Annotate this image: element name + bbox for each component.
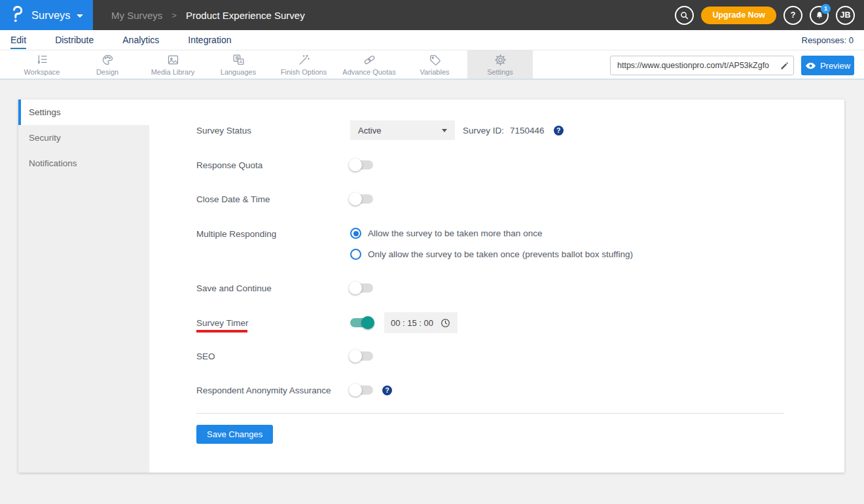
seo-toggle[interactable] bbox=[350, 351, 373, 361]
image-icon bbox=[166, 53, 180, 67]
settings-panel: Settings Security Notifications Survey S… bbox=[18, 99, 844, 473]
pencil-icon bbox=[780, 61, 789, 71]
sidebar-item-security[interactable]: Security bbox=[18, 125, 149, 151]
survey-timer-input[interactable]: 00 : 15 : 00 bbox=[384, 312, 458, 333]
toolbar-item-variables[interactable]: Variables bbox=[402, 50, 467, 79]
search-button[interactable] bbox=[675, 6, 694, 25]
survey-status-select[interactable]: Active bbox=[350, 120, 455, 140]
notification-count-badge: 1 bbox=[821, 4, 831, 14]
search-icon bbox=[679, 10, 689, 20]
survey-id-value: 7150446 bbox=[510, 126, 545, 135]
survey-timer-annotation-underline bbox=[196, 330, 247, 333]
breadcrumb-my-surveys[interactable]: My Surveys bbox=[111, 10, 162, 21]
topbar-actions: Upgrade Now ? 1 JB bbox=[675, 6, 864, 25]
breadcrumb: My Surveys > Product Experience Survey bbox=[111, 10, 305, 21]
help-button[interactable]: ? bbox=[783, 6, 802, 25]
avatar[interactable]: JB bbox=[836, 6, 855, 25]
response-quota-label: Response Quota bbox=[196, 160, 350, 170]
response-quota-toggle[interactable] bbox=[350, 160, 373, 170]
page-title: Product Experience Survey bbox=[186, 10, 305, 21]
save-and-continue-row: Save and Continue bbox=[196, 278, 802, 298]
chevron-down-icon bbox=[77, 14, 83, 18]
palette-icon bbox=[101, 53, 115, 67]
topbar: Surveys My Surveys > Product Experience … bbox=[0, 0, 864, 30]
multiple-responding-option-1: Allow the survey to be taken more than o… bbox=[350, 228, 542, 239]
survey-status-label: Survey Status bbox=[196, 126, 350, 135]
toolbar-item-advance-quotas[interactable]: Advance Quotas bbox=[336, 50, 402, 79]
anonymity-row: Respondent Anonymity Assurance ? bbox=[196, 380, 802, 401]
clock-icon bbox=[440, 317, 451, 329]
tab-analytics[interactable]: Analytics bbox=[122, 35, 159, 45]
chain-link-icon bbox=[363, 53, 376, 67]
sidebar-item-notifications[interactable]: Notifications bbox=[18, 151, 149, 176]
preview-button[interactable]: Preview bbox=[801, 56, 854, 75]
toolbar-item-finish-options[interactable]: Finish Options bbox=[271, 50, 336, 79]
breadcrumb-separator: > bbox=[171, 10, 177, 20]
survey-status-row: Survey Status Active Survey ID: 7150446 … bbox=[196, 120, 802, 140]
multiple-responding-label: Multiple Responding bbox=[196, 229, 350, 239]
seo-label: SEO bbox=[196, 351, 350, 361]
magic-wand-icon bbox=[297, 53, 311, 67]
survey-url-field bbox=[610, 56, 794, 75]
primary-tabs: Edit Distribute Analytics Integration Re… bbox=[0, 30, 864, 50]
product-menu-label: Surveys bbox=[31, 9, 71, 22]
toolbar-item-workspace[interactable]: Workspace bbox=[9, 50, 75, 79]
close-date-label: Close Date & Time bbox=[196, 194, 350, 204]
radio-allow-once[interactable] bbox=[350, 249, 361, 260]
anonymity-label: Respondent Anonymity Assurance bbox=[196, 386, 350, 395]
notifications-button[interactable]: 1 bbox=[810, 6, 829, 25]
responses-count: Responses: 0 bbox=[802, 35, 854, 45]
survey-timer-toggle[interactable] bbox=[350, 318, 373, 327]
multiple-responding-option-2: Only allow the survey to be taken once (… bbox=[350, 249, 633, 260]
close-date-toggle[interactable] bbox=[350, 194, 373, 204]
edit-url-button[interactable] bbox=[775, 61, 793, 71]
chevron-down-icon bbox=[442, 129, 447, 132]
save-and-continue-label: Save and Continue bbox=[196, 283, 350, 293]
eye-icon bbox=[805, 62, 816, 70]
toolbar-item-settings[interactable]: Settings bbox=[467, 50, 533, 79]
tab-distribute[interactable]: Distribute bbox=[55, 35, 94, 45]
settings-sidebar: Settings Security Notifications bbox=[18, 99, 149, 473]
survey-timer-label: Survey Timer bbox=[196, 318, 350, 328]
survey-url-input[interactable] bbox=[611, 61, 775, 70]
gear-icon bbox=[494, 53, 507, 67]
toolbar-item-media-library[interactable]: Media Library bbox=[140, 50, 206, 79]
sidebar-item-settings[interactable]: Settings bbox=[18, 99, 149, 125]
response-quota-row: Response Quota bbox=[196, 154, 802, 175]
tab-edit[interactable]: Edit bbox=[10, 35, 26, 45]
svg-text:A: A bbox=[239, 60, 242, 64]
survey-timer-row: Survey Timer 00 : 15 : 00 bbox=[196, 312, 802, 334]
survey-id-label: Survey ID: bbox=[463, 126, 504, 135]
content-divider bbox=[196, 413, 784, 414]
seo-row: SEO bbox=[196, 346, 802, 367]
workspace-icon bbox=[35, 53, 49, 67]
toolbar-item-languages[interactable]: A Languages bbox=[206, 50, 271, 79]
toolbar-item-design[interactable]: Design bbox=[75, 50, 140, 79]
survey-id-help-icon[interactable]: ? bbox=[554, 126, 564, 135]
upgrade-now-button[interactable]: Upgrade Now bbox=[701, 7, 776, 24]
save-changes-button[interactable]: Save Changes bbox=[196, 425, 273, 444]
radio-allow-multiple[interactable] bbox=[350, 228, 361, 239]
translate-icon: A bbox=[232, 53, 245, 67]
close-date-row: Close Date & Time bbox=[196, 189, 802, 209]
questionpro-logo bbox=[10, 5, 26, 26]
tab-integration[interactable]: Integration bbox=[188, 35, 231, 45]
product-menu[interactable]: Surveys bbox=[0, 0, 93, 30]
save-and-continue-toggle[interactable] bbox=[350, 283, 373, 293]
tag-icon bbox=[428, 53, 442, 67]
anonymity-toggle[interactable] bbox=[350, 386, 373, 395]
anonymity-help-icon[interactable]: ? bbox=[382, 386, 392, 395]
